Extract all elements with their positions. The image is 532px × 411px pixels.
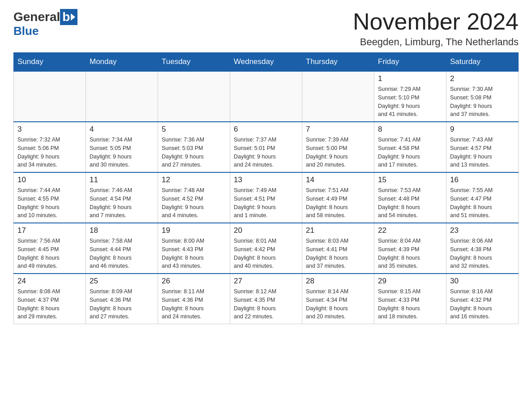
- calendar-cell: 11Sunrise: 7:46 AM Sunset: 4:54 PM Dayli…: [86, 172, 158, 223]
- day-number: 27: [234, 277, 298, 286]
- calendar-cell: 20Sunrise: 8:01 AM Sunset: 4:42 PM Dayli…: [230, 223, 302, 274]
- day-number: 2: [450, 74, 515, 83]
- calendar-cell: 27Sunrise: 8:12 AM Sunset: 4:35 PM Dayli…: [230, 274, 302, 324]
- calendar-cell: 18Sunrise: 7:58 AM Sunset: 4:44 PM Dayli…: [86, 223, 158, 274]
- calendar-cell: 14Sunrise: 7:51 AM Sunset: 4:49 PM Dayli…: [302, 172, 374, 223]
- day-info: Sunrise: 7:46 AM Sunset: 4:54 PM Dayligh…: [90, 186, 154, 220]
- day-info: Sunrise: 7:51 AM Sunset: 4:49 PM Dayligh…: [306, 186, 370, 220]
- calendar-cell: 12Sunrise: 7:48 AM Sunset: 4:52 PM Dayli…: [158, 172, 230, 223]
- calendar-cell: 24Sunrise: 8:08 AM Sunset: 4:37 PM Dayli…: [14, 274, 86, 324]
- day-number: 29: [378, 277, 442, 286]
- calendar-cell: 28Sunrise: 8:14 AM Sunset: 4:34 PM Dayli…: [302, 274, 374, 324]
- calendar-cell: [302, 71, 374, 122]
- calendar-header-monday: Monday: [86, 53, 158, 72]
- day-info: Sunrise: 8:16 AM Sunset: 4:32 PM Dayligh…: [450, 287, 515, 321]
- day-info: Sunrise: 8:09 AM Sunset: 4:36 PM Dayligh…: [90, 287, 154, 321]
- month-title: November 2024: [353, 9, 519, 34]
- day-info: Sunrise: 8:11 AM Sunset: 4:36 PM Dayligh…: [162, 287, 226, 321]
- day-info: Sunrise: 8:12 AM Sunset: 4:35 PM Dayligh…: [234, 287, 298, 321]
- day-number: 16: [450, 176, 515, 184]
- day-info: Sunrise: 7:32 AM Sunset: 5:06 PM Dayligh…: [17, 136, 82, 169]
- calendar-cell: 22Sunrise: 8:04 AM Sunset: 4:39 PM Dayli…: [374, 223, 446, 274]
- day-number: 20: [234, 226, 298, 235]
- calendar-header-wednesday: Wednesday: [230, 53, 302, 72]
- calendar-cell: [14, 71, 86, 122]
- calendar-cell: 29Sunrise: 8:15 AM Sunset: 4:33 PM Dayli…: [374, 274, 446, 324]
- day-info: Sunrise: 7:30 AM Sunset: 5:08 PM Dayligh…: [450, 85, 515, 119]
- calendar-week-row: 24Sunrise: 8:08 AM Sunset: 4:37 PM Dayli…: [14, 274, 519, 324]
- logo-triangle-icon: [71, 13, 75, 21]
- day-number: 13: [234, 176, 298, 184]
- day-info: Sunrise: 7:41 AM Sunset: 4:58 PM Dayligh…: [378, 136, 442, 169]
- calendar-cell: 15Sunrise: 7:53 AM Sunset: 4:48 PM Dayli…: [374, 172, 446, 223]
- day-info: Sunrise: 7:49 AM Sunset: 4:51 PM Dayligh…: [234, 186, 298, 220]
- calendar-cell: 25Sunrise: 8:09 AM Sunset: 4:36 PM Dayli…: [86, 274, 158, 324]
- day-number: 26: [162, 277, 226, 286]
- day-number: 9: [450, 125, 515, 134]
- day-info: Sunrise: 8:14 AM Sunset: 4:34 PM Dayligh…: [306, 287, 370, 321]
- calendar-cell: 5Sunrise: 7:36 AM Sunset: 5:03 PM Daylig…: [158, 122, 230, 172]
- logo: General b Blue: [13, 9, 77, 38]
- day-number: 15: [378, 176, 442, 184]
- day-number: 18: [90, 226, 154, 235]
- day-info: Sunrise: 7:37 AM Sunset: 5:01 PM Dayligh…: [234, 136, 298, 169]
- title-area: November 2024 Beegden, Limburg, The Neth…: [353, 9, 519, 48]
- calendar-header-tuesday: Tuesday: [158, 53, 230, 72]
- day-info: Sunrise: 7:48 AM Sunset: 4:52 PM Dayligh…: [162, 186, 226, 220]
- calendar-cell: 9Sunrise: 7:43 AM Sunset: 4:57 PM Daylig…: [446, 122, 519, 172]
- day-info: Sunrise: 7:43 AM Sunset: 4:57 PM Dayligh…: [450, 136, 515, 169]
- day-info: Sunrise: 8:00 AM Sunset: 4:43 PM Dayligh…: [162, 237, 226, 270]
- day-info: Sunrise: 7:44 AM Sunset: 4:55 PM Dayligh…: [17, 186, 82, 220]
- calendar-cell: 1Sunrise: 7:29 AM Sunset: 5:10 PM Daylig…: [374, 71, 446, 122]
- day-number: 30: [450, 277, 515, 286]
- day-number: 5: [162, 125, 226, 134]
- calendar-cell: 6Sunrise: 7:37 AM Sunset: 5:01 PM Daylig…: [230, 122, 302, 172]
- day-info: Sunrise: 7:36 AM Sunset: 5:03 PM Dayligh…: [162, 136, 226, 169]
- calendar-cell: 3Sunrise: 7:32 AM Sunset: 5:06 PM Daylig…: [14, 122, 86, 172]
- day-info: Sunrise: 7:39 AM Sunset: 5:00 PM Dayligh…: [306, 136, 370, 169]
- calendar-header-row: SundayMondayTuesdayWednesdayThursdayFrid…: [14, 53, 519, 72]
- day-number: 23: [450, 226, 515, 235]
- calendar-header-friday: Friday: [374, 53, 446, 72]
- day-number: 22: [378, 226, 442, 235]
- day-number: 3: [17, 125, 82, 134]
- day-info: Sunrise: 7:34 AM Sunset: 5:05 PM Dayligh…: [90, 136, 154, 169]
- day-info: Sunrise: 8:08 AM Sunset: 4:37 PM Dayligh…: [17, 287, 82, 321]
- day-number: 11: [90, 176, 154, 184]
- day-number: 28: [306, 277, 370, 286]
- calendar-week-row: 10Sunrise: 7:44 AM Sunset: 4:55 PM Dayli…: [14, 172, 519, 223]
- day-number: 10: [17, 176, 82, 184]
- calendar-cell: 2Sunrise: 7:30 AM Sunset: 5:08 PM Daylig…: [446, 71, 519, 122]
- day-number: 24: [17, 277, 82, 286]
- calendar-cell: 26Sunrise: 8:11 AM Sunset: 4:36 PM Dayli…: [158, 274, 230, 324]
- calendar-cell: 30Sunrise: 8:16 AM Sunset: 4:32 PM Dayli…: [446, 274, 519, 324]
- calendar-cell: 10Sunrise: 7:44 AM Sunset: 4:55 PM Dayli…: [14, 172, 86, 223]
- day-info: Sunrise: 8:04 AM Sunset: 4:39 PM Dayligh…: [378, 237, 442, 270]
- day-number: 21: [306, 226, 370, 235]
- day-number: 19: [162, 226, 226, 235]
- day-number: 12: [162, 176, 226, 184]
- calendar-cell: 21Sunrise: 8:03 AM Sunset: 4:41 PM Dayli…: [302, 223, 374, 274]
- day-number: 6: [234, 125, 298, 134]
- day-info: Sunrise: 7:55 AM Sunset: 4:47 PM Dayligh…: [450, 186, 515, 220]
- day-number: 4: [90, 125, 154, 134]
- day-info: Sunrise: 7:29 AM Sunset: 5:10 PM Dayligh…: [378, 85, 442, 119]
- day-info: Sunrise: 7:53 AM Sunset: 4:48 PM Dayligh…: [378, 186, 442, 220]
- logo-blue-text: Blue: [13, 24, 39, 38]
- day-info: Sunrise: 8:15 AM Sunset: 4:33 PM Dayligh…: [378, 287, 442, 321]
- calendar-table: SundayMondayTuesdayWednesdayThursdayFrid…: [13, 52, 519, 324]
- day-info: Sunrise: 8:06 AM Sunset: 4:38 PM Dayligh…: [450, 237, 515, 270]
- day-number: 1: [378, 74, 442, 83]
- calendar-header-thursday: Thursday: [302, 53, 374, 72]
- calendar-cell: 19Sunrise: 8:00 AM Sunset: 4:43 PM Dayli…: [158, 223, 230, 274]
- calendar-cell: [158, 71, 230, 122]
- logo-blue-box: b: [60, 9, 77, 25]
- calendar-cell: 7Sunrise: 7:39 AM Sunset: 5:00 PM Daylig…: [302, 122, 374, 172]
- day-number: 7: [306, 125, 370, 134]
- logo-general-text: General: [13, 10, 60, 24]
- day-info: Sunrise: 8:03 AM Sunset: 4:41 PM Dayligh…: [306, 237, 370, 270]
- day-number: 8: [378, 125, 442, 134]
- calendar-cell: 16Sunrise: 7:55 AM Sunset: 4:47 PM Dayli…: [446, 172, 519, 223]
- calendar-week-row: 1Sunrise: 7:29 AM Sunset: 5:10 PM Daylig…: [14, 71, 519, 122]
- day-number: 25: [90, 277, 154, 286]
